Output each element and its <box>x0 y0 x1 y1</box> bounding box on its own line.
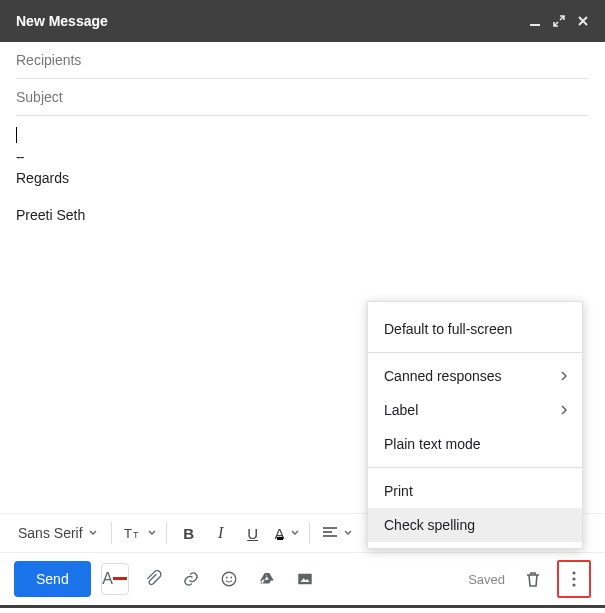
chevron-down-icon <box>291 530 299 536</box>
svg-point-9 <box>572 583 575 586</box>
signature-line-1: Regards <box>16 168 589 189</box>
menu-print[interactable]: Print <box>368 474 582 508</box>
send-button[interactable]: Send <box>14 561 91 597</box>
menu-label[interactable]: Label <box>368 393 582 427</box>
attach-icon[interactable] <box>139 563 167 595</box>
emoji-icon[interactable] <box>215 563 243 595</box>
discard-icon[interactable] <box>519 563 547 595</box>
save-status: Saved <box>468 572 505 587</box>
chevron-down-icon <box>344 530 352 536</box>
menu-separator <box>368 467 582 468</box>
svg-point-5 <box>230 577 232 579</box>
menu-default-fullscreen[interactable]: Default to full-screen <box>368 312 582 346</box>
insert-link-icon[interactable] <box>177 563 205 595</box>
close-icon[interactable] <box>571 9 595 33</box>
svg-text:T: T <box>133 530 139 540</box>
insert-photo-icon[interactable] <box>291 563 319 595</box>
menu-canned-responses[interactable]: Canned responses <box>368 359 582 393</box>
recipients-input[interactable] <box>16 52 589 68</box>
svg-point-3 <box>222 572 236 586</box>
signature-line-2: Preeti Seth <box>16 205 589 226</box>
svg-point-8 <box>572 577 575 580</box>
more-options-menu: Default to full-screen Canned responses … <box>367 301 583 549</box>
font-size-button[interactable]: TT <box>120 518 158 548</box>
svg-point-4 <box>226 577 228 579</box>
minimize-icon[interactable] <box>523 9 547 33</box>
action-bar: Send A Saved <box>0 559 605 599</box>
chevron-down-icon <box>89 530 97 536</box>
chevron-right-icon <box>560 402 568 418</box>
menu-plain-text[interactable]: Plain text mode <box>368 427 582 461</box>
signature-separator: -- <box>16 147 589 168</box>
fields <box>0 42 605 116</box>
subject-input[interactable] <box>16 89 589 105</box>
signature: -- Regards Preeti Seth <box>16 147 589 226</box>
menu-separator <box>368 352 582 353</box>
chevron-down-icon <box>148 530 156 536</box>
drive-icon[interactable] <box>253 563 281 595</box>
fullscreen-icon[interactable] <box>547 9 571 33</box>
bold-button[interactable]: B <box>175 518 203 548</box>
menu-check-spelling[interactable]: Check spelling <box>368 508 582 542</box>
svg-text:T: T <box>124 526 132 541</box>
chevron-right-icon <box>560 368 568 384</box>
subject-row <box>16 79 589 116</box>
align-button[interactable] <box>318 518 354 548</box>
italic-button[interactable]: I <box>207 518 235 548</box>
recipients-row <box>16 42 589 79</box>
more-options-icon[interactable] <box>560 563 588 595</box>
window-header: New Message <box>0 0 605 42</box>
underline-button[interactable]: U <box>239 518 267 548</box>
window-bottom-border <box>0 605 605 608</box>
text-cursor <box>16 127 17 143</box>
text-color-button[interactable]: A <box>271 518 301 548</box>
window-title: New Message <box>16 13 523 29</box>
compose-window: New Message -- Regards Preeti Seth <box>0 0 605 613</box>
svg-rect-6 <box>298 574 312 585</box>
formatting-toggle-button[interactable]: A <box>101 563 129 595</box>
font-family-select[interactable]: Sans Serif <box>12 518 103 548</box>
more-options-highlight <box>557 560 591 598</box>
svg-point-7 <box>572 571 575 574</box>
